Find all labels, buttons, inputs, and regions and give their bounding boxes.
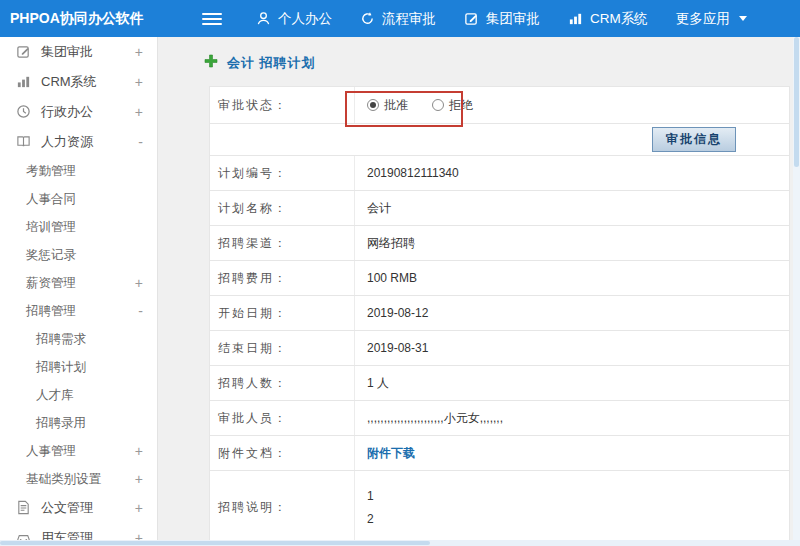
field-label: 计划名称：	[210, 191, 355, 225]
field-headcount: 招聘人数： 1 人	[210, 366, 789, 401]
attachment-download-link[interactable]: 附件下载	[367, 445, 415, 462]
sidebar-item-group-approval[interactable]: 集团审批 +	[0, 37, 157, 67]
radio-approve[interactable]: 批准	[367, 97, 408, 114]
sidebar-item-label: 培训管理	[26, 219, 76, 236]
sidebar-item-recruitment[interactable]: 招聘管理 -	[0, 297, 157, 325]
sidebar-item-hr-contract[interactable]: 人事合同	[0, 185, 157, 213]
breadcrumb: 会计 招聘计划	[159, 37, 793, 86]
sidebar-item-label: 考勤管理	[26, 163, 76, 180]
field-plan-name: 计划名称： 会计	[210, 191, 789, 226]
sidebar-item-talent-pool[interactable]: 人才库	[0, 381, 157, 409]
top-header: PHPOA协同办公软件 个人办公 流程审批 集团审批 CRM系统	[0, 0, 800, 37]
nav-personal-office[interactable]: 个人办公	[242, 0, 346, 37]
sidebar-item-label: 招聘录用	[36, 415, 86, 432]
edit-icon	[16, 44, 32, 60]
horizontal-scrollbar[interactable]	[0, 540, 800, 546]
sidebar-item-label: 奖惩记录	[26, 247, 76, 264]
sidebar-item-label: 薪资管理	[26, 275, 76, 292]
expander-icon[interactable]: +	[135, 472, 143, 486]
caret-down-icon	[739, 16, 747, 21]
nav-process-approval[interactable]: 流程审批	[346, 0, 450, 37]
sidebar-item-training[interactable]: 培训管理	[0, 213, 157, 241]
collapse-icon[interactable]: -	[138, 304, 143, 318]
radio-reject[interactable]: 拒绝	[432, 97, 473, 114]
horizontal-scrollbar-thumb[interactable]	[0, 541, 430, 545]
sidebar-item-crm[interactable]: CRM系统 +	[0, 67, 157, 97]
expander-icon[interactable]: +	[135, 75, 143, 89]
field-description: 招聘说明： 1 2	[210, 471, 789, 545]
field-channel: 招聘渠道： 网络招聘	[210, 226, 789, 261]
expander-icon[interactable]: +	[135, 45, 143, 59]
book-icon	[16, 134, 32, 150]
sidebar-item-recruit-hire[interactable]: 招聘录用	[0, 409, 157, 437]
sidebar-item-salary[interactable]: 薪资管理 +	[0, 269, 157, 297]
sidebar-item-admin-office[interactable]: 行政办公 +	[0, 97, 157, 127]
menu-toggle-icon[interactable]	[202, 10, 222, 28]
sidebar-item-hr[interactable]: 人力资源 -	[0, 127, 157, 157]
approval-info-button[interactable]: 审批信息	[652, 127, 736, 152]
expander-icon[interactable]: +	[135, 276, 143, 290]
expander-icon[interactable]: +	[135, 444, 143, 458]
detail-table: 审批状态： 批准 拒绝 审批信息 计划编号： 20190812111340 计划	[209, 86, 790, 545]
sidebar-item-attendance[interactable]: 考勤管理	[0, 157, 157, 185]
field-value: 批准 拒绝	[355, 87, 789, 123]
sidebar-item-label: 行政办公	[41, 103, 93, 121]
sidebar-item-rewards[interactable]: 奖惩记录	[0, 241, 157, 269]
sidebar-item-vehicle[interactable]: 用车管理 +	[0, 523, 157, 540]
field-cost: 招聘费用： 100 RMB	[210, 261, 789, 296]
field-value: 2019-08-12	[355, 296, 789, 330]
field-approvers: 审批人员： ,,,,,,,,,,,,,,,,,,,,,,,小元女,,,,,,,	[210, 401, 789, 436]
field-label: 招聘渠道：	[210, 226, 355, 260]
field-value: 附件下载	[355, 436, 789, 470]
field-end-date: 结束日期： 2019-08-31	[210, 331, 789, 366]
vertical-scrollbar[interactable]	[793, 37, 800, 540]
sidebar-item-personnel[interactable]: 人事管理 +	[0, 437, 157, 465]
field-value: 20190812111340	[355, 156, 789, 190]
sidebar-item-label: 招聘计划	[36, 359, 86, 376]
add-icon	[204, 54, 218, 72]
field-value: 会计	[355, 191, 789, 225]
sidebar-item-label: 人事合同	[26, 191, 76, 208]
field-label: 结束日期：	[210, 331, 355, 365]
nav-group-approval[interactable]: 集团审批	[450, 0, 554, 37]
sidebar-item-document[interactable]: 公文管理 +	[0, 493, 157, 523]
sidebar-item-label: CRM系统	[41, 73, 97, 91]
edit-icon	[464, 11, 479, 26]
expander-icon[interactable]: +	[135, 531, 143, 540]
field-label: 招聘说明：	[210, 471, 355, 544]
nav-more-apps[interactable]: 更多应用	[662, 0, 761, 37]
main-content: 会计 招聘计划 审批状态： 批准 拒绝 审批信息 计划编号： 20	[159, 37, 793, 540]
field-label: 计划编号：	[210, 156, 355, 190]
field-label: 开始日期：	[210, 296, 355, 330]
radio-reject-dot[interactable]	[432, 99, 444, 111]
sidebar-item-label: 集团审批	[41, 43, 93, 61]
description-line-1: 1	[367, 489, 374, 503]
nav-label: 集团审批	[486, 10, 540, 28]
sidebar-item-label: 人事管理	[26, 443, 76, 460]
field-plan-number: 计划编号： 20190812111340	[210, 156, 789, 191]
field-value: 100 RMB	[355, 261, 789, 295]
radio-approve-dot[interactable]	[367, 99, 379, 111]
sidebar-item-label: 人才库	[36, 387, 74, 404]
sidebar-item-base-category[interactable]: 基础类别设置 +	[0, 465, 157, 493]
radio-reject-label: 拒绝	[449, 97, 473, 114]
sidebar-item-recruit-demand[interactable]: 招聘需求	[0, 325, 157, 353]
field-value: ,,,,,,,,,,,,,,,,,,,,,,,小元女,,,,,,,	[355, 401, 789, 435]
sidebar-item-label: 招聘需求	[36, 331, 86, 348]
sidebar-item-label: 公文管理	[41, 499, 93, 517]
collapse-icon[interactable]: -	[138, 135, 143, 149]
approval-info-row: 审批信息	[210, 124, 789, 156]
nav-label: 更多应用	[676, 10, 730, 28]
field-label: 审批人员：	[210, 401, 355, 435]
nav-label: 个人办公	[278, 10, 332, 28]
sidebar: 集团审批 + CRM系统 + 行政办公 + 人力资源 - 考勤管理 人事合同 培…	[0, 37, 158, 540]
vertical-scrollbar-thumb[interactable]	[794, 37, 799, 167]
chart-icon	[568, 11, 583, 26]
nav-label: 流程审批	[382, 10, 436, 28]
field-label: 招聘费用：	[210, 261, 355, 295]
nav-crm[interactable]: CRM系统	[554, 0, 662, 37]
sidebar-item-recruit-plan[interactable]: 招聘计划	[0, 353, 157, 381]
expander-icon[interactable]: +	[135, 105, 143, 119]
page-title: 会计 招聘计划	[227, 54, 316, 72]
expander-icon[interactable]: +	[135, 501, 143, 515]
